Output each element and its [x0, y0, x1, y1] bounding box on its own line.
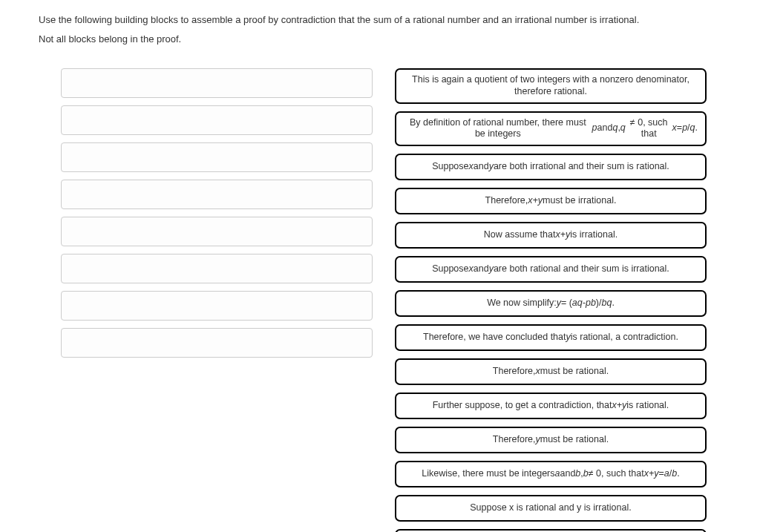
- proof-block[interactable]: Now assume that x+y is irrational.: [395, 222, 707, 249]
- proof-block[interactable]: Likewise, there must be integers a and b…: [395, 461, 707, 487]
- proof-block[interactable]: Therefore, y must be rational.: [395, 427, 707, 453]
- proof-slot[interactable]: [61, 254, 373, 283]
- proof-block[interactable]: We now simplify: y = (aq-pb)/bq.: [395, 290, 707, 317]
- drop-target-column: [61, 68, 373, 532]
- proof-slot[interactable]: [61, 180, 373, 209]
- proof-slot[interactable]: [61, 68, 373, 98]
- instructions: Use the following building blocks to ass…: [39, 13, 721, 46]
- instruction-line-1: Use the following building blocks to ass…: [39, 13, 721, 27]
- proof-slot[interactable]: [61, 217, 373, 246]
- proof-slot[interactable]: [61, 291, 373, 321]
- proof-block[interactable]: By definition of rational number, there …: [395, 111, 707, 146]
- proof-block[interactable]: Therefore, x must be rational.: [395, 358, 707, 385]
- proof-block[interactable]: Therefore, we have concluded that y is r…: [395, 324, 707, 351]
- source-blocks-column: This is again a quotient of two integers…: [395, 68, 707, 532]
- proof-block[interactable]: Therefore, x+y must be irrational.: [395, 188, 707, 214]
- instruction-line-2: Not all blocks belong in the proof.: [39, 33, 721, 46]
- proof-slot[interactable]: [61, 105, 373, 135]
- proof-slot[interactable]: [61, 328, 373, 358]
- proof-block[interactable]: Suppose x is rational and y is irrationa…: [395, 495, 707, 522]
- proof-block[interactable]: Further suppose, to get a contradiction,…: [395, 393, 707, 419]
- proof-block[interactable]: Suppose x and y are both rational and th…: [395, 256, 707, 283]
- proof-block[interactable]: This is again a quotient of two integers…: [395, 68, 707, 103]
- proof-block[interactable]: Suppose x and y are both irrational and …: [395, 154, 707, 180]
- workspace: This is again a quotient of two integers…: [39, 68, 721, 532]
- proof-slot[interactable]: [61, 142, 373, 172]
- proof-block[interactable]: Therefore, we have concluded that y is i…: [395, 529, 707, 532]
